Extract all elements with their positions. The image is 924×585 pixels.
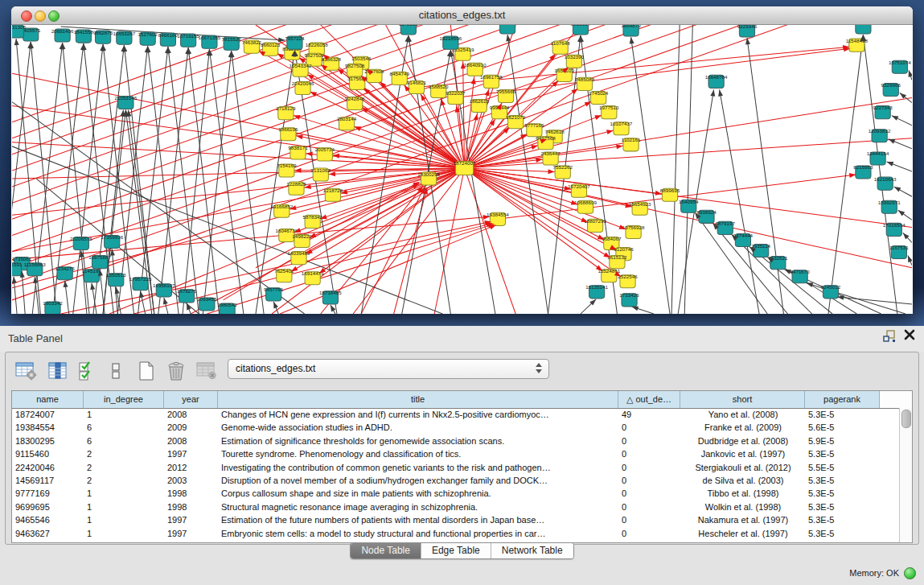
graph-node-label: 8938924 — [696, 209, 717, 215]
vertical-scrollbar[interactable] — [899, 408, 912, 542]
table-row[interactable]: 946362711997Embryonic stem cells: a mode… — [12, 527, 900, 540]
column-header-pagerank[interactable]: pagerank — [805, 391, 880, 408]
table-cell: 2012 — [164, 461, 218, 474]
table-column-icon[interactable] — [44, 359, 72, 383]
tab-network-table[interactable]: Network Table — [491, 543, 573, 558]
edge-arrowhead — [908, 256, 912, 263]
graph-node-label: 2935114 — [751, 243, 770, 249]
table-row[interactable]: 977716911998Corpus callosum shape and si… — [12, 487, 900, 500]
table-cell: 5.3E-5 — [805, 447, 880, 460]
delete-rows-icon[interactable] — [163, 359, 189, 383]
column-header-out_de[interactable]: △ out_de… — [618, 391, 680, 408]
clear-selection-icon[interactable] — [107, 359, 125, 383]
graph-edge — [224, 183, 419, 300]
new-table-icon[interactable] — [134, 359, 158, 383]
graph-node-label: 9227343 — [873, 105, 893, 110]
graph-node-label: 8660123 — [261, 42, 281, 47]
table-cell: de Silva et al. (2003) — [680, 474, 805, 487]
close-panel-icon[interactable] — [904, 329, 915, 340]
minimize-window-button[interactable] — [35, 10, 46, 22]
graph-node[interactable] — [573, 25, 588, 35]
edge-arrowhead — [606, 130, 614, 134]
graph-edge — [671, 25, 680, 314]
table-cell: 6 — [84, 421, 164, 434]
table-cell: Hescheler et al. (1997) — [680, 527, 805, 540]
column-header-short[interactable]: short — [680, 391, 805, 408]
memory-ok-led-icon — [904, 567, 916, 579]
select-all-icon[interactable] — [76, 359, 99, 383]
edge-arrowhead — [471, 77, 476, 84]
graph-node-label: 1102161 — [622, 137, 641, 142]
tab-edge-table[interactable]: Edge Table — [421, 543, 491, 558]
column-header-in_degree[interactable]: in_degree — [84, 391, 164, 408]
graph-node-label: 15751074 — [889, 60, 911, 65]
table-cell: 0 — [618, 447, 680, 460]
edge-arrowhead — [355, 126, 362, 131]
table-row[interactable]: 969969511998Structural magnetic resonanc… — [12, 501, 900, 513]
graph-node-label: 2803144 — [337, 116, 357, 122]
graph-node-label: 18640910 — [464, 62, 487, 68]
table-row[interactable]: 1872400712008Changes of HCN gene express… — [12, 408, 900, 421]
delete-table-icon[interactable] — [194, 359, 220, 383]
graph-node-label: 12444154 — [867, 150, 889, 156]
graph-node-label: 1621072 — [506, 114, 526, 120]
graph-node-label: 16671355 — [199, 35, 221, 40]
graph-node-label: 1228825 — [286, 181, 306, 187]
table-cell: 0 — [618, 527, 680, 540]
graph-node-label: 19166852 — [270, 204, 293, 209]
table-cell: Wolkin et al. (1998) — [680, 501, 805, 513]
table-cell: 49 — [618, 408, 680, 421]
graph-node-label: 18724007 — [454, 160, 476, 166]
graph-node[interactable] — [856, 25, 871, 34]
float-panel-icon[interactable] — [883, 330, 896, 342]
graph-node-label: 19218596 — [439, 35, 462, 41]
close-window-button[interactable] — [21, 10, 32, 22]
graph-node-label: 18807293 — [584, 218, 606, 224]
column-header-year[interactable]: year — [164, 391, 218, 408]
table-row[interactable]: 911546021997Tourette syndrome. Phenomeno… — [12, 447, 900, 460]
zoom-window-button[interactable] — [48, 10, 60, 22]
desktop-background: citations_edges.txt 18724007746382286601… — [0, 0, 924, 326]
graph-node-label: 9777169 — [524, 122, 544, 128]
graph-node-label: 16648784 — [705, 74, 728, 80]
table-cell: 5.3E-5 — [805, 487, 880, 500]
graph-node-label: 1745024 — [589, 90, 609, 96]
graph-node-label: 9827508 — [345, 63, 365, 68]
table-cell: 1 — [84, 501, 164, 513]
graph-node-label: 1831305 — [12, 25, 27, 30]
graph-node[interactable] — [499, 25, 515, 34]
graph-node-label: 9684067 — [602, 236, 622, 241]
edge-arrowhead — [889, 139, 896, 144]
column-header-name[interactable]: name — [12, 391, 84, 408]
column-header-title[interactable]: title — [218, 391, 618, 408]
edge-arrowhead — [807, 282, 814, 287]
table-settings-icon[interactable] — [12, 359, 39, 383]
table-row[interactable]: 2242004622012Investigating the contribut… — [12, 461, 900, 474]
graph-node-label: 1735061 — [12, 256, 32, 262]
graph-node-label: 10719155 — [177, 33, 199, 39]
graph-node-label: 1498222 — [292, 233, 312, 239]
table-row[interactable]: 1938455462009Genome-wide association stu… — [12, 421, 900, 434]
network-window-titlebar[interactable]: citations_edges.txt — [11, 6, 913, 25]
table-cell: Genome-wide association studies in ADHD. — [218, 421, 618, 434]
edge-arrowhead — [296, 134, 303, 139]
table-tabs-bar: Node TableEdge TableNetwork Table — [0, 542, 924, 559]
graph-node[interactable] — [400, 25, 416, 35]
edge-arrowhead — [632, 307, 639, 311]
table-cell: 9465546 — [12, 513, 84, 526]
network-window-title: citations_edges.txt — [11, 6, 913, 24]
graph-node-label: 8899695 — [660, 187, 680, 193]
graph-edge — [465, 138, 912, 168]
node-table: namein_degreeyeartitle△ out_de…shortpage… — [11, 390, 913, 543]
table-row[interactable]: 946554611997Estimation of the future num… — [12, 513, 900, 526]
table-row[interactable]: 1830029562008Estimation of significance … — [12, 435, 900, 447]
edge-arrowhead — [849, 173, 856, 178]
table-cell: 5.9E-5 — [805, 435, 880, 447]
table-select-dropdown[interactable]: citations_edges.txt — [228, 359, 549, 379]
table-row[interactable]: 1456911722003Disruption of a novel membe… — [12, 474, 900, 487]
network-view-canvas[interactable]: 1872400774638228660123891295418226058982… — [12, 25, 912, 314]
graph-node-label: 1572331 — [399, 25, 419, 27]
tab-node-table[interactable]: Node Table — [351, 543, 421, 558]
table-cell: 19384554 — [12, 421, 84, 434]
scrollbar-thumb[interactable] — [901, 410, 911, 428]
